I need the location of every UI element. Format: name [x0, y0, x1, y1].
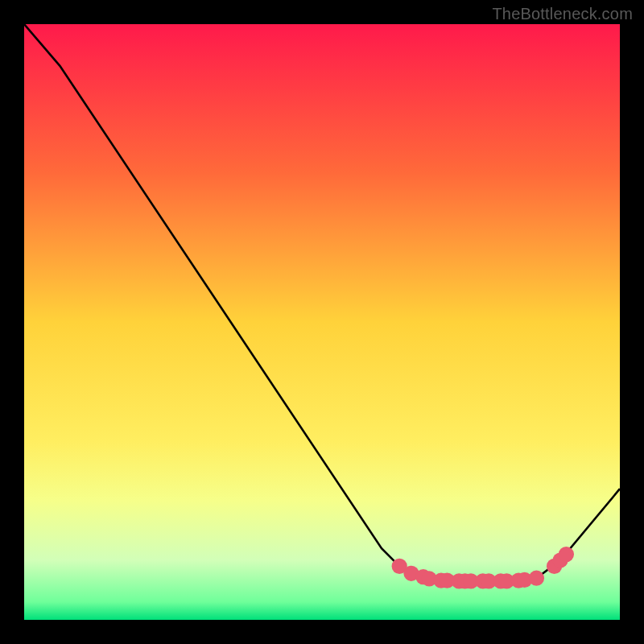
marker-point	[529, 571, 544, 586]
watermark-text: TheBottleneck.com	[492, 5, 633, 23]
chart-svg	[24, 24, 620, 620]
chart-background	[24, 24, 620, 620]
chart-plot	[24, 24, 620, 620]
marker-point	[559, 547, 574, 562]
